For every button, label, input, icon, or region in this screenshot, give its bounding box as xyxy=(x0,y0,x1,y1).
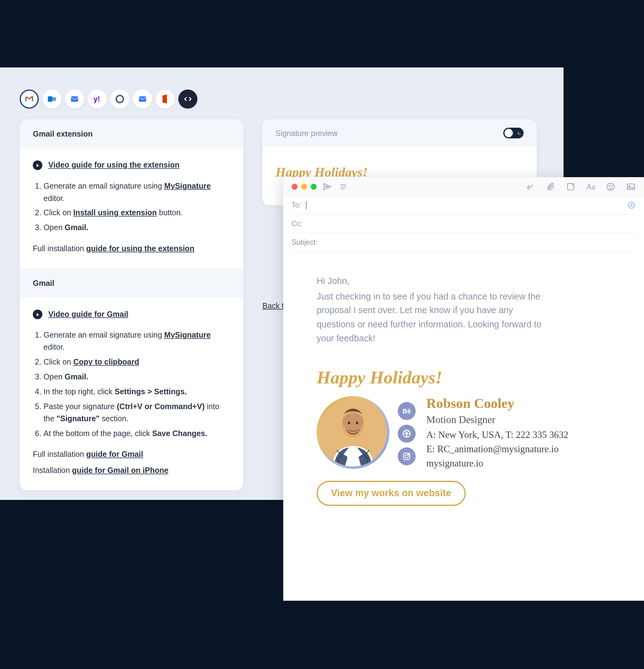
play-icon xyxy=(33,161,42,170)
moon-icon xyxy=(517,131,522,136)
signature-title: Happy Holidays! xyxy=(317,367,611,387)
image-icon[interactable] xyxy=(626,182,636,191)
full-guide-gmail: Full installation guide for Gmail xyxy=(33,449,230,461)
client-outlook-icon[interactable] xyxy=(42,89,62,109)
gmail-steps: Generate an email signature using MySign… xyxy=(33,329,230,440)
add-recipient-icon[interactable] xyxy=(627,201,636,209)
svg-rect-0 xyxy=(48,96,52,102)
svg-point-15 xyxy=(348,422,350,424)
video-guide-extension[interactable]: Video guide for using the extension xyxy=(33,159,230,172)
play-icon xyxy=(33,310,42,319)
minimize-icon[interactable] xyxy=(301,183,307,189)
behance-icon[interactable]: Bē xyxy=(398,402,416,420)
client-gmail-icon[interactable] xyxy=(20,89,39,109)
gmail-extension-header: Gmail extension xyxy=(20,119,243,148)
emoji-icon[interactable] xyxy=(606,182,616,191)
client-yahoo-icon[interactable]: y! xyxy=(88,89,107,109)
svg-point-11 xyxy=(629,185,630,186)
svg-point-7 xyxy=(607,183,614,190)
client-office-icon[interactable] xyxy=(156,89,175,109)
avatar-person-icon xyxy=(319,399,387,467)
signature-email: E: RC_animation@mysignature.io xyxy=(426,444,568,455)
svg-point-19 xyxy=(405,455,408,458)
subject-field[interactable]: Subject: xyxy=(292,233,636,252)
client-mail-icon[interactable] xyxy=(65,89,84,109)
client-code-icon[interactable] xyxy=(178,89,198,109)
view-works-button[interactable]: View my works on website xyxy=(317,481,466,506)
guide-extension-link[interactable]: guide for using the extension xyxy=(86,244,195,253)
signature-block: Happy Holidays! xyxy=(317,367,611,506)
client-mail2-icon[interactable] xyxy=(133,89,152,109)
instructions-card: Gmail extension Video guide for using th… xyxy=(20,119,243,490)
svg-rect-6 xyxy=(568,183,574,190)
maximize-icon[interactable] xyxy=(311,183,316,189)
video-guide-gmail[interactable]: Video guide for Gmail xyxy=(33,308,230,321)
instagram-icon[interactable] xyxy=(398,447,416,466)
email-toolbar: Aa xyxy=(283,177,644,196)
social-icons: Bē xyxy=(398,402,416,465)
signature-name: Robson Cooley xyxy=(426,396,568,412)
svg-point-9 xyxy=(612,185,612,186)
avatar xyxy=(317,396,389,469)
dark-mode-toggle[interactable] xyxy=(503,128,524,139)
dribbble-icon[interactable] xyxy=(398,425,416,443)
compose-icon[interactable] xyxy=(566,182,575,191)
email-greeting: Hi John, xyxy=(317,276,611,286)
email-client-selector: y! xyxy=(20,89,198,109)
svg-point-4 xyxy=(116,95,124,102)
signature-address: A: New York, USA, T: 222 335 3632 xyxy=(426,430,568,440)
reply-icon[interactable] xyxy=(525,182,535,191)
window-controls[interactable] xyxy=(292,183,317,189)
signature-site[interactable]: mysignature.io xyxy=(426,458,568,469)
email-body[interactable]: Hi John, Just checking in to see if you … xyxy=(283,252,644,518)
svg-point-20 xyxy=(409,454,409,455)
preview-title: Signature preview xyxy=(275,129,338,138)
send-icon[interactable] xyxy=(323,182,332,191)
video-guide-extension-link[interactable]: Video guide for using the extension xyxy=(48,159,180,172)
video-guide-gmail-link[interactable]: Video guide for Gmail xyxy=(48,308,128,321)
attachment-icon[interactable] xyxy=(546,182,555,191)
font-size-icon[interactable]: Aa xyxy=(586,182,595,191)
svg-text:y!: y! xyxy=(94,95,100,103)
extension-steps: Generate an email signature using MySign… xyxy=(33,180,230,234)
email-compose-window: Aa To: Cc: Subject: Hi John, Just checki… xyxy=(283,177,644,600)
svg-rect-1 xyxy=(52,97,56,101)
svg-rect-2 xyxy=(71,96,78,102)
svg-rect-5 xyxy=(139,96,146,102)
email-text: Just checking in to see if you had a cha… xyxy=(317,289,543,345)
full-guide-extension: Full installation guide for using the ex… xyxy=(33,243,230,255)
client-thunderbird-icon[interactable] xyxy=(110,89,129,109)
close-icon[interactable] xyxy=(292,183,298,189)
install-guide-iphone: Installation guide for Gmail on iPhone xyxy=(33,465,230,477)
gmail-header: Gmail xyxy=(20,268,243,297)
signature-role: Motion Designer xyxy=(426,414,568,426)
svg-point-8 xyxy=(609,185,610,186)
to-field[interactable]: To: xyxy=(292,196,636,215)
svg-point-16 xyxy=(356,422,358,424)
list-icon[interactable] xyxy=(338,182,348,191)
guide-iphone-link[interactable]: guide for Gmail on iPhone xyxy=(72,466,169,475)
guide-gmail-link[interactable]: guide for Gmail xyxy=(86,450,143,459)
cc-field[interactable]: Cc: xyxy=(292,215,636,233)
